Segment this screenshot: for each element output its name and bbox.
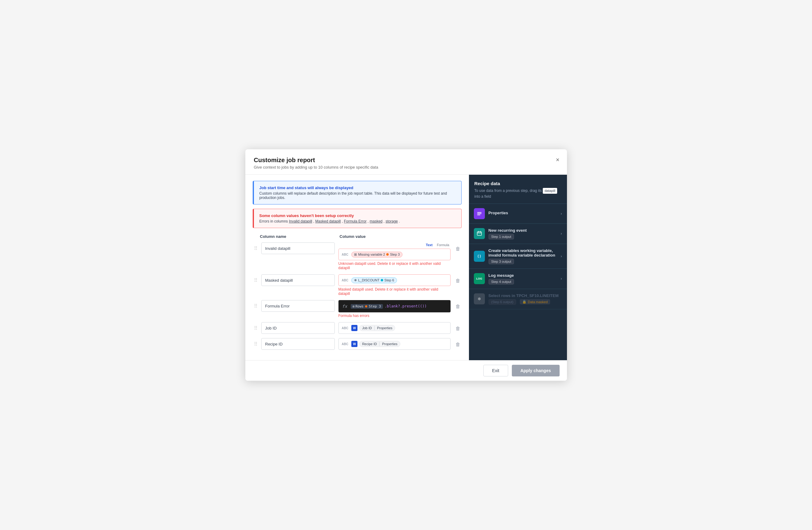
abc-label-jobid: ABC — [342, 326, 349, 330]
create-variables-icon: { } — [474, 251, 485, 262]
apply-changes-button[interactable]: Apply changes — [512, 365, 560, 376]
datapill-step: Step 3 — [390, 253, 400, 256]
log-message-icon: LOG — [474, 273, 485, 284]
sidebar-item-create-variables[interactable]: { } Create variables working variable, i… — [469, 244, 567, 269]
error-text-prefix: Errors in columns — [259, 219, 288, 223]
error-alert-title: Some column values haven't been setup co… — [259, 213, 456, 218]
datapill-step-jobid: Properties — [377, 326, 392, 330]
abc-label-recipeid: ABC — [342, 343, 349, 346]
error-link-masked-datapill[interactable]: Masked datapill — [315, 219, 340, 223]
sidebar-item-new-recurring-event[interactable]: New recurring event Step 1 output › — [469, 224, 567, 244]
formula-pill-rows: Rows — [355, 304, 364, 308]
error-msg-formula: Formula has errors — [338, 313, 451, 318]
abc-label-masked: ABC — [342, 279, 349, 282]
datapill-label-recipeid: Recipe ID — [362, 342, 377, 346]
name-input-formula[interactable] — [261, 300, 335, 312]
name-field-invalid-datapill — [261, 242, 335, 254]
log-message-title: Log message — [489, 273, 557, 278]
sidebar-title: Recipe data — [475, 181, 562, 186]
chevron-right-icon-4: › — [561, 277, 562, 281]
value-field-invalid-datapill: Text Formula ABC ⊞ Missing variable 2 St… — [338, 242, 451, 270]
sidebar-item-log-message[interactable]: LOG Log message Step 4 output › — [469, 269, 567, 289]
name-field-recipeid — [261, 338, 335, 350]
create-variables-title: Create variables working variable, inval… — [489, 248, 557, 257]
error-link-masked[interactable]: masked — [370, 219, 382, 223]
error-link-formula-error[interactable]: Formula Error — [344, 219, 367, 223]
main-content: Job start time and status will always be… — [245, 175, 469, 360]
text-formula-toggle: Text Formula — [338, 242, 451, 247]
pill-input-masked[interactable]: ABC ❄ L_DISCOUNT Step 6 — [338, 274, 451, 286]
column-value-header: Column value — [340, 234, 366, 239]
delete-btn-invalid[interactable]: 🗑 — [454, 245, 462, 253]
name-input-recipeid[interactable] — [261, 338, 335, 350]
sidebar-desc: To use data from a previous step, drag i… — [475, 188, 562, 199]
delete-btn-formula[interactable]: 🗑 — [454, 303, 462, 310]
formula-step-dot — [365, 305, 367, 307]
chevron-right-icon-2: › — [561, 232, 562, 236]
datapill-step-masked: Step 6 — [385, 278, 394, 282]
select-rows-content: Select rows in TPCH_SF10.LINEITEM (Step … — [489, 293, 562, 305]
name-input-jobid[interactable] — [261, 322, 335, 334]
formula-pill: ⊞ Rows Step 3 — [351, 304, 382, 309]
drag-handle-masked[interactable]: ⠿ — [254, 277, 258, 283]
masked-badge: 🔒 Data masked — [520, 299, 550, 304]
new-recurring-event-title: New recurring event — [489, 228, 557, 233]
name-field-jobid — [261, 322, 335, 334]
name-input-invalid-datapill[interactable] — [261, 242, 335, 254]
sidebar-datapill-word: datapill — [543, 188, 557, 194]
close-button[interactable]: × — [556, 157, 560, 163]
exit-button[interactable]: Exit — [483, 365, 508, 376]
workato-icon-recipeid: W — [351, 341, 358, 347]
info-alert: Job start time and status will always be… — [253, 181, 462, 205]
error-link-storage[interactable]: storage — [386, 219, 398, 223]
value-field-masked: ABC ❄ L_DISCOUNT Step 6 Masked datapill … — [338, 274, 451, 296]
row-masked-datapill: ⠿ ABC ❄ L_DISCOUNT Step 6 Masked da — [253, 274, 462, 296]
info-alert-text: Custom columns will replace default desc… — [259, 191, 456, 200]
drag-handle-formula[interactable]: ⠿ — [254, 303, 258, 309]
datapill-invalid: ⊞ Missing variable 2 Step 3 — [351, 252, 403, 257]
delete-btn-masked[interactable]: 🗑 — [454, 277, 462, 285]
delete-btn-jobid[interactable]: 🗑 — [454, 325, 462, 333]
text-toggle-btn[interactable]: Text — [424, 242, 434, 247]
name-input-masked[interactable] — [261, 274, 335, 286]
row-job-id: ⠿ ABC W Job ID Properties 🗑 — [253, 322, 462, 334]
datapill-icon-table: ⊞ — [354, 253, 357, 256]
pill-input-recipeid[interactable]: ABC W Recipe ID Properties — [338, 338, 451, 350]
svg-rect-2 — [477, 214, 480, 215]
error-link-invalid-datapill[interactable]: Invalid datapill — [289, 219, 312, 223]
value-field-formula: fx ⊞ Rows Step 3 .blank?.present(()) For… — [338, 300, 451, 318]
pill-input-jobid[interactable]: ABC W Job ID Properties — [338, 322, 451, 334]
step-badge-step1: Step 1 output — [489, 234, 514, 239]
svg-rect-1 — [477, 213, 481, 214]
formula-pill-icon: ⊞ — [352, 305, 354, 308]
select-rows-icon: ❄ — [474, 293, 485, 304]
delete-btn-recipeid[interactable]: 🗑 — [454, 340, 462, 349]
pill-input-invalid[interactable]: ABC ⊞ Missing variable 2 Step 3 — [338, 249, 451, 260]
step-badge-step4: Step 4 output — [489, 279, 514, 284]
error-msg-invalid: Unknown datapill used. Delete it or repl… — [338, 262, 451, 270]
columns-header: Column name Column value — [253, 234, 462, 239]
info-alert-title: Job start time and status will always be… — [259, 185, 456, 190]
modal-body: Job start time and status will always be… — [245, 175, 567, 360]
drag-handle[interactable]: ⠿ — [254, 246, 258, 251]
datapill-label: Missing variable 2 — [358, 253, 385, 256]
sidebar-item-properties[interactable]: Properties › — [469, 204, 567, 224]
sidebar-item-select-rows: ❄ Select rows in TPCH_SF10.LINEITEM (Ste… — [469, 289, 567, 309]
chevron-right-icon-3: › — [561, 254, 562, 259]
modal-header: Customize job report Give context to job… — [245, 149, 567, 175]
datapill-label-jobid: Job ID — [362, 326, 372, 330]
svg-rect-3 — [477, 232, 481, 235]
formula-toggle-btn[interactable]: Formula — [436, 242, 450, 247]
sidebar-desc-prefix: To use data from a previous step, drag i… — [475, 189, 542, 193]
formula-input[interactable]: fx ⊞ Rows Step 3 .blank?.present(()) — [338, 300, 451, 312]
drag-handle-jobid[interactable]: ⠿ — [254, 325, 258, 331]
sidebar-desc-suffix: into a field — [475, 194, 491, 199]
step-badge-step3: Step 3 output — [489, 259, 514, 264]
drag-handle-recipeid[interactable]: ⠿ — [254, 341, 258, 347]
select-rows-title: Select rows in TPCH_SF10.LINEITEM — [489, 293, 562, 298]
new-recurring-event-icon — [474, 228, 485, 239]
separator-recipeid — [379, 342, 379, 346]
modal-footer: Exit Apply changes — [245, 360, 567, 381]
lock-icon: 🔒 — [522, 300, 526, 304]
datapill-label-masked: L_DISCOUNT — [358, 278, 379, 282]
